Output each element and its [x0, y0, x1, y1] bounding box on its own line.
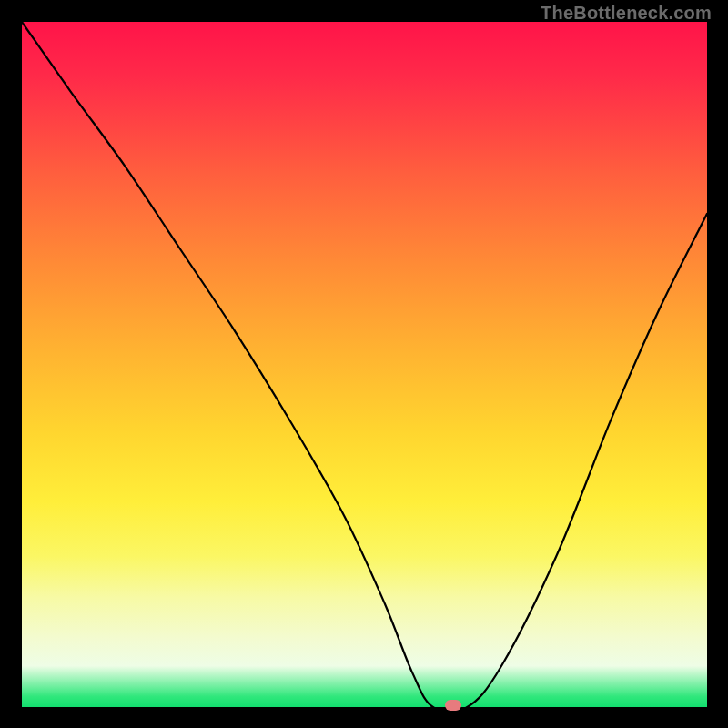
bottleneck-curve — [22, 22, 707, 707]
plot-area — [22, 22, 707, 707]
chart-frame: TheBottleneck.com — [0, 0, 728, 728]
watermark-text: TheBottleneck.com — [541, 3, 712, 24]
curve-svg — [22, 22, 707, 707]
optimum-marker — [445, 700, 461, 711]
